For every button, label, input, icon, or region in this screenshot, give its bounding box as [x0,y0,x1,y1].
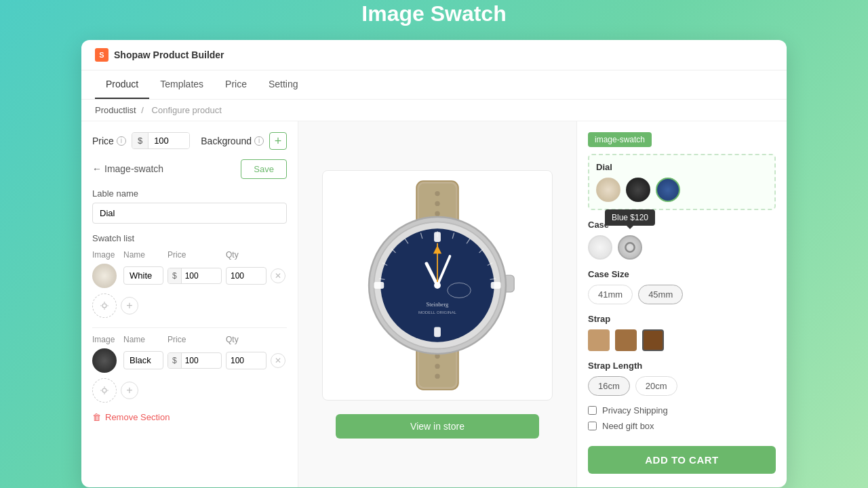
dial-swatches [596,178,768,202]
col-price-1: Price [167,250,222,260]
svg-point-4 [435,190,439,195]
svg-rect-29 [491,282,501,289]
breadcrumb-parent[interactable]: Productlist [95,105,136,115]
case-size-41mm[interactable]: 41mm [588,285,633,304]
dollar-white: $ [168,268,182,283]
strap-length-20cm[interactable]: 20cm [635,376,677,396]
svg-point-0 [102,304,106,308]
dollar-black: $ [168,353,182,368]
watch-image-container: Steinberg MODELL ORIGINAL [322,170,553,401]
dollar-sign: $ [132,133,149,148]
privacy-shipping-checkbox[interactable] [588,406,597,415]
privacy-shipping-row: Privacy Shipping [588,405,776,415]
add-swatch-button-2[interactable]: + [121,382,138,399]
nav-item-setting[interactable]: Setting [258,70,309,99]
strap-swatch-light[interactable] [588,329,610,351]
back-button[interactable]: ← Image-swatch [92,163,163,174]
svg-point-1 [102,388,106,392]
swatch-name-white[interactable] [123,266,163,285]
svg-point-36 [434,282,441,289]
remove-section-button[interactable]: 🗑 Remove Section [92,412,170,422]
case-ring-icon [623,241,637,254]
swatch-price-wrap-black: $ [167,352,222,369]
swatch-delete-black[interactable]: ✕ [271,353,285,368]
trash-icon: 🗑 [92,412,101,422]
svg-rect-27 [434,232,441,242]
brand-name: Shopaw Product Builder [114,49,224,60]
price-input-wrap: $ [132,132,190,149]
strap-length-16cm[interactable]: 16cm [588,376,630,396]
add-swatch-row-1: + [92,293,287,318]
add-swatch-row-2: + [92,378,287,403]
back-label: Image-swatch [104,163,163,174]
swatch-price-white[interactable] [182,268,209,283]
swatch-qty-white[interactable] [226,267,267,285]
strap-swatch-mid[interactable] [615,329,637,351]
price-info-icon[interactable]: i [117,136,126,146]
gift-box-row: Need gift box [588,421,776,431]
bg-info-icon[interactable]: i [254,136,264,146]
swatch-row-white: $ ✕ [92,264,287,288]
save-button[interactable]: Save [241,159,287,179]
case-swatch-white[interactable] [588,235,612,260]
breadcrumb-separator: / [141,105,144,115]
nav-item-product[interactable]: Product [95,70,149,99]
swatch-badge: image-swatch [588,132,652,147]
bg-label: Background i [201,136,264,146]
nav-bar: Product Templates Price Setting [81,70,787,100]
lable-name-label: Lable name [92,188,287,199]
nav-item-price[interactable]: Price [214,70,258,99]
swatch-name-black[interactable] [123,351,163,369]
swatch-delete-white[interactable]: ✕ [271,268,285,283]
gift-box-label: Need gift box [602,421,654,431]
swatch-qty-black[interactable] [226,352,267,369]
case-swatch-silver[interactable] [618,235,642,260]
swatch-image-white[interactable] [92,264,117,288]
case-size-45mm[interactable]: 45mm [638,285,683,304]
gift-box-checkbox[interactable] [588,422,597,430]
strap-swatch-dark[interactable] [642,329,664,351]
bg-add-button[interactable]: + [269,132,287,150]
content-area: Price i $ Background i + [81,121,787,487]
view-in-store-button[interactable]: View in store [336,414,539,439]
add-swatch-button-1[interactable]: + [121,297,138,314]
col-name-1: Name [123,250,163,260]
swatch-list-title: Swatch list [92,233,287,243]
breadcrumb: Productlist / Configure product [81,100,787,121]
col-qty-2: Qty [226,335,267,344]
swatch-section-white: Image Name Price Qty $ ✕ [92,250,287,318]
dial-swatch-beige[interactable] [596,178,620,202]
lable-name-input[interactable] [92,203,287,224]
privacy-shipping-label: Privacy Shipping [602,405,668,415]
dial-swatch-dark[interactable] [626,178,650,202]
back-save-row: ← Image-swatch Save [92,159,287,179]
strap-label: Strap [588,314,776,324]
left-panel: Price i $ Background i + [81,121,298,487]
svg-rect-28 [434,327,441,337]
swatch-table-header-1: Image Name Price Qty [92,250,287,260]
svg-point-5 [435,201,439,205]
brand-logo: S Shopaw Product Builder [95,48,224,62]
svg-rect-30 [374,282,384,289]
col-name-2: Name [123,335,163,344]
case-size-section: Case Size 41mm 45mm [588,269,776,304]
swatch-price-black[interactable] [182,353,209,368]
case-swatches: Blue $120 [588,235,776,260]
strap-swatches [588,329,776,351]
bg-row: Background i + [201,132,287,150]
case-size-label: Case Size [588,269,776,279]
price-input[interactable] [149,133,189,148]
svg-text:Steinberg: Steinberg [427,300,450,307]
back-arrow-icon: ← [92,163,102,174]
strap-length-pills: 16cm 20cm [588,376,776,396]
dial-section: Dial [588,154,776,210]
right-panel: image-swatch Dial Case Blue $120 [576,121,787,487]
swatch-image-black[interactable] [92,348,117,373]
svg-point-6 [435,211,439,216]
dial-swatch-blue[interactable] [656,178,680,202]
add-to-cart-button[interactable]: ADD TO CART [588,446,776,474]
swatch-table-header-2: Image Name Price Qty [92,335,287,344]
nav-item-templates[interactable]: Templates [149,70,214,99]
brand-icon: S [95,48,108,62]
remove-section-label: Remove Section [105,412,170,422]
